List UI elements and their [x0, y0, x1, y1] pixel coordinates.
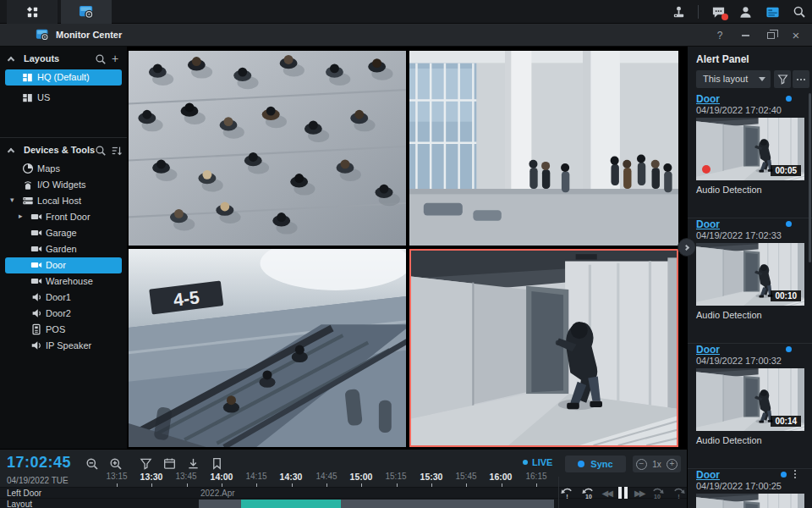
monitor-center-app-icon	[36, 28, 50, 42]
alert-item[interactable]: Door 04/19/2022 17:00:32 00:14 Audio Det…	[688, 344, 812, 469]
devices-sort-icon[interactable]	[111, 145, 123, 157]
device-item-pos[interactable]: POS	[5, 322, 122, 338]
timeline-calendar-icon[interactable]	[162, 456, 177, 471]
notifications-icon[interactable]	[710, 4, 726, 19]
alert-camera-link[interactable]: Door	[696, 93, 720, 105]
layout-item-hq[interactable]: HQ (Default)	[5, 69, 122, 86]
timeline-bookmark-icon[interactable]	[210, 456, 224, 471]
layouts-section-header[interactable]: Layouts +	[0, 51, 127, 68]
camera-tile-overhead-crowd[interactable]	[129, 51, 406, 246]
tick-label: 15:00	[344, 472, 378, 482]
tick-label: 16:00	[484, 472, 518, 482]
timeline-zoom-out-icon[interactable]	[85, 456, 99, 471]
alert-duration: 00:14	[771, 416, 801, 427]
help-button[interactable]: ?	[714, 30, 726, 41]
timeline-zoom-in-icon[interactable]	[108, 456, 123, 471]
devices-search-icon[interactable]	[95, 145, 107, 157]
camera-tile-lobby[interactable]	[409, 51, 678, 246]
user-icon[interactable]	[738, 4, 753, 19]
fast-forward-button[interactable]: ▶▶	[634, 489, 644, 498]
expand-arrow-icon[interactable]: ▾	[10, 196, 14, 204]
timeline-download-icon[interactable]	[186, 456, 200, 471]
taskbar-main-menu-tab[interactable]	[7, 0, 58, 24]
alert-more-button[interactable]	[793, 70, 809, 88]
unread-dot	[781, 472, 787, 478]
unread-dot	[786, 346, 792, 352]
speed-value: 1x	[652, 460, 661, 469]
alert-thumbnail[interactable]: 00:14	[696, 368, 804, 431]
previous-event-button[interactable]	[560, 486, 574, 500]
search-icon[interactable]	[792, 4, 807, 19]
speed-decrease-button[interactable]: −	[636, 459, 647, 470]
unread-dot	[786, 221, 792, 227]
alert-item[interactable]: Door 04/19/2022 17:02:40 00:05 Audio Det…	[688, 93, 812, 218]
close-button[interactable]: ×	[790, 30, 802, 41]
tick-label: 13:30	[134, 472, 168, 482]
alert-camera-link[interactable]: Door	[696, 469, 720, 481]
rewind-10s-button[interactable]	[581, 486, 595, 500]
device-item-garden[interactable]: Garden	[5, 241, 122, 257]
timeline-filter-icon[interactable]	[139, 456, 153, 471]
device-item-label: Door	[46, 260, 66, 270]
live-label: LIVE	[532, 457, 552, 467]
alert-scope-dropdown[interactable]: This layout	[696, 70, 771, 88]
window-titlebar: Monitor Center ? ×	[0, 24, 812, 47]
devices-section-header[interactable]: Devices & Tools	[0, 142, 127, 159]
device-item-door[interactable]: Door	[5, 257, 122, 273]
alert-panel: Alert Panel This layout Door 04/19/2022 …	[687, 47, 812, 508]
device-item-ip-speaker[interactable]: IP Speaker	[5, 338, 122, 354]
device-item-door2[interactable]: Door2	[5, 306, 122, 322]
layout-item-us[interactable]: US	[5, 90, 122, 106]
alert-camera-link[interactable]: Door	[696, 344, 720, 356]
alert-camera-link[interactable]: Door	[696, 218, 720, 230]
rewind-button[interactable]: ◀◀	[602, 489, 612, 498]
expand-arrow-icon[interactable]: ▸	[19, 212, 23, 220]
speed-increase-button[interactable]: +	[667, 459, 678, 470]
layouts-title: Layouts	[24, 53, 59, 64]
taskbar-surveillance-tab[interactable]	[61, 0, 112, 24]
pause-button[interactable]	[618, 487, 628, 499]
sync-toggle-button[interactable]: Sync	[565, 456, 626, 472]
tick-label: 15:30	[414, 472, 448, 482]
minimize-button[interactable]	[739, 30, 751, 41]
pos-icon	[30, 323, 42, 335]
alert-thumbnail[interactable]: 00:10	[696, 243, 804, 306]
layouts-search-icon[interactable]	[95, 53, 107, 65]
alert-filter-button[interactable]	[774, 70, 791, 88]
forward-10s-button[interactable]	[650, 486, 665, 500]
device-item-label: Door2	[46, 308, 71, 318]
device-item-maps[interactable]: Maps	[5, 161, 122, 177]
io-widgets-icon	[22, 179, 34, 190]
layout-grid-icon	[22, 72, 33, 83]
alert-menu-icon[interactable]	[794, 470, 796, 478]
device-item-door1[interactable]: Door1	[5, 290, 122, 306]
device-item-label: I/O Widgets	[37, 179, 85, 190]
device-item-warehouse[interactable]: Warehouse	[5, 273, 122, 290]
live-indicator[interactable]: LIVE	[523, 457, 552, 467]
alert-panel-collapse-button[interactable]	[678, 238, 696, 257]
resource-monitor-icon[interactable]	[671, 4, 686, 19]
widgets-icon[interactable]	[765, 4, 780, 19]
alert-thumbnail[interactable]: 00:05	[696, 118, 804, 180]
track-label: Left Door	[7, 489, 41, 498]
camera-tile-door-selected[interactable]	[409, 249, 678, 447]
alert-item[interactable]: Door 04/19/2022 17:02:33 00:10 Audio Det…	[688, 218, 812, 344]
tick-label: 16:15	[519, 472, 553, 481]
alert-thumbnail[interactable]	[696, 494, 804, 508]
alert-item[interactable]: Door 04/19/2022 17:00:25	[688, 469, 812, 508]
restore-button[interactable]	[765, 30, 776, 41]
recording-segment[interactable]	[241, 500, 341, 508]
alert-panel-scrollbar[interactable]	[809, 93, 811, 262]
add-layout-icon[interactable]: +	[112, 52, 118, 65]
device-item-garage[interactable]: Garage	[5, 225, 122, 241]
recording-bar[interactable]	[199, 500, 554, 508]
device-item-label: IP Speaker	[46, 340, 91, 351]
device-item-label: Local Host	[37, 196, 81, 206]
sync-dot-icon	[578, 461, 584, 467]
next-event-button[interactable]	[672, 486, 686, 500]
camera-tile-escalator[interactable]	[129, 249, 406, 447]
device-item-front-door[interactable]: ▸ Front Door	[5, 209, 122, 225]
track-label: Layout	[7, 500, 32, 508]
device-item-io-widgets[interactable]: I/O Widgets	[5, 177, 122, 193]
device-item-local-host[interactable]: ▾ Local Host	[5, 193, 122, 209]
